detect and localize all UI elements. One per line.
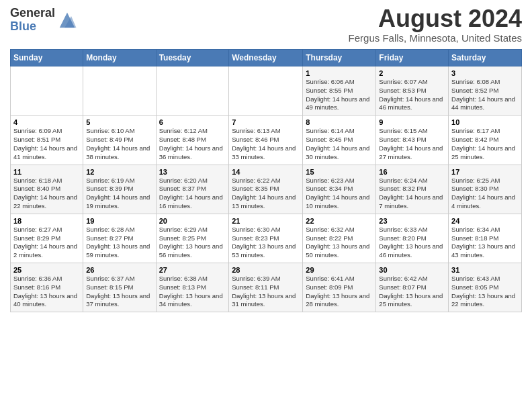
- day-info: Sunrise: 6:13 AM Sunset: 8:46 PM Dayligh…: [232, 127, 300, 161]
- day-info: Sunrise: 6:25 AM Sunset: 8:30 PM Dayligh…: [451, 177, 519, 211]
- day-info: Sunrise: 6:30 AM Sunset: 8:23 PM Dayligh…: [232, 226, 300, 260]
- logo-text: General Blue: [10, 7, 55, 34]
- day-number: 29: [306, 266, 373, 274]
- day-number: 2: [379, 69, 445, 77]
- week-row-2: 4Sunrise: 6:09 AM Sunset: 8:51 PM Daylig…: [11, 116, 522, 165]
- day-number: 18: [13, 217, 80, 225]
- day-number: 5: [86, 118, 152, 126]
- day-number: 20: [159, 217, 226, 225]
- day-info: Sunrise: 6:08 AM Sunset: 8:52 PM Dayligh…: [451, 78, 519, 112]
- cell-w3-d4: 14Sunrise: 6:22 AM Sunset: 8:35 PM Dayli…: [229, 165, 303, 214]
- cell-w3-d5: 15Sunrise: 6:23 AM Sunset: 8:34 PM Dayli…: [303, 165, 376, 214]
- cell-w1-d1: [11, 66, 83, 116]
- day-number: 31: [451, 266, 519, 274]
- cell-w2-d6: 9Sunrise: 6:15 AM Sunset: 8:43 PM Daylig…: [376, 116, 449, 165]
- day-number: 27: [159, 266, 226, 274]
- day-info: Sunrise: 6:07 AM Sunset: 8:53 PM Dayligh…: [379, 78, 445, 112]
- header-sunday: Sunday: [11, 50, 83, 66]
- cell-w5-d5: 29Sunrise: 6:41 AM Sunset: 8:09 PM Dayli…: [303, 263, 376, 312]
- day-number: 19: [86, 217, 152, 225]
- cell-w4-d7: 24Sunrise: 6:34 AM Sunset: 8:18 PM Dayli…: [449, 214, 522, 263]
- day-number: 21: [232, 217, 300, 225]
- calendar-table: Sunday Monday Tuesday Wednesday Thursday…: [10, 49, 522, 312]
- day-info: Sunrise: 6:34 AM Sunset: 8:18 PM Dayligh…: [451, 226, 519, 260]
- day-number: 23: [379, 217, 445, 225]
- day-info: Sunrise: 6:14 AM Sunset: 8:45 PM Dayligh…: [306, 127, 373, 161]
- cell-w2-d1: 4Sunrise: 6:09 AM Sunset: 8:51 PM Daylig…: [11, 116, 83, 165]
- day-info: Sunrise: 6:27 AM Sunset: 8:29 PM Dayligh…: [13, 226, 80, 260]
- day-number: 16: [379, 168, 445, 176]
- day-number: 1: [306, 69, 373, 77]
- logo-icon: [57, 10, 77, 30]
- day-info: Sunrise: 6:33 AM Sunset: 8:20 PM Dayligh…: [379, 226, 445, 260]
- day-number: 26: [86, 266, 152, 274]
- cell-w5-d1: 25Sunrise: 6:36 AM Sunset: 8:16 PM Dayli…: [11, 263, 83, 312]
- day-number: 11: [13, 168, 80, 176]
- day-info: Sunrise: 6:36 AM Sunset: 8:16 PM Dayligh…: [13, 275, 80, 309]
- day-info: Sunrise: 6:15 AM Sunset: 8:43 PM Dayligh…: [379, 127, 445, 161]
- cell-w3-d6: 16Sunrise: 6:24 AM Sunset: 8:32 PM Dayli…: [376, 165, 449, 214]
- header-monday: Monday: [83, 50, 156, 66]
- day-info: Sunrise: 6:06 AM Sunset: 8:55 PM Dayligh…: [306, 78, 373, 112]
- day-number: 24: [451, 217, 519, 225]
- header-tuesday: Tuesday: [156, 50, 229, 66]
- week-row-4: 18Sunrise: 6:27 AM Sunset: 8:29 PM Dayli…: [11, 214, 522, 263]
- day-number: 4: [13, 118, 80, 126]
- day-info: Sunrise: 6:23 AM Sunset: 8:34 PM Dayligh…: [306, 177, 373, 211]
- day-number: 17: [451, 168, 519, 176]
- day-info: Sunrise: 6:20 AM Sunset: 8:37 PM Dayligh…: [159, 177, 226, 211]
- weekday-header-row: Sunday Monday Tuesday Wednesday Thursday…: [11, 50, 522, 66]
- day-info: Sunrise: 6:39 AM Sunset: 8:11 PM Dayligh…: [232, 275, 300, 309]
- day-info: Sunrise: 6:18 AM Sunset: 8:40 PM Dayligh…: [13, 177, 80, 211]
- cell-w1-d7: 3Sunrise: 6:08 AM Sunset: 8:52 PM Daylig…: [449, 66, 522, 116]
- day-info: Sunrise: 6:43 AM Sunset: 8:05 PM Dayligh…: [451, 275, 519, 309]
- cell-w4-d2: 19Sunrise: 6:28 AM Sunset: 8:27 PM Dayli…: [83, 214, 156, 263]
- month-title: August 2024: [349, 7, 522, 31]
- cell-w3-d2: 12Sunrise: 6:19 AM Sunset: 8:39 PM Dayli…: [83, 165, 156, 214]
- week-row-1: 1Sunrise: 6:06 AM Sunset: 8:55 PM Daylig…: [11, 66, 522, 116]
- cell-w2-d4: 7Sunrise: 6:13 AM Sunset: 8:46 PM Daylig…: [229, 116, 303, 165]
- week-row-5: 25Sunrise: 6:36 AM Sunset: 8:16 PM Dayli…: [11, 263, 522, 312]
- logo: General Blue: [10, 7, 77, 34]
- day-info: Sunrise: 6:32 AM Sunset: 8:22 PM Dayligh…: [306, 226, 373, 260]
- header-wednesday: Wednesday: [229, 50, 303, 66]
- cell-w4-d5: 22Sunrise: 6:32 AM Sunset: 8:22 PM Dayli…: [303, 214, 376, 263]
- day-number: 7: [232, 118, 300, 126]
- day-info: Sunrise: 6:10 AM Sunset: 8:49 PM Dayligh…: [86, 127, 152, 161]
- cell-w4-d1: 18Sunrise: 6:27 AM Sunset: 8:29 PM Dayli…: [11, 214, 83, 263]
- cell-w2-d5: 8Sunrise: 6:14 AM Sunset: 8:45 PM Daylig…: [303, 116, 376, 165]
- logo-blue: Blue: [10, 20, 55, 34]
- cell-w4-d3: 20Sunrise: 6:29 AM Sunset: 8:25 PM Dayli…: [156, 214, 229, 263]
- cell-w3-d3: 13Sunrise: 6:20 AM Sunset: 8:37 PM Dayli…: [156, 165, 229, 214]
- cell-w5-d2: 26Sunrise: 6:37 AM Sunset: 8:15 PM Dayli…: [83, 263, 156, 312]
- day-number: 13: [159, 168, 226, 176]
- day-info: Sunrise: 6:22 AM Sunset: 8:35 PM Dayligh…: [232, 177, 300, 211]
- day-info: Sunrise: 6:42 AM Sunset: 8:07 PM Dayligh…: [379, 275, 445, 309]
- cell-w5-d3: 27Sunrise: 6:38 AM Sunset: 8:13 PM Dayli…: [156, 263, 229, 312]
- day-number: 6: [159, 118, 226, 126]
- day-info: Sunrise: 6:38 AM Sunset: 8:13 PM Dayligh…: [159, 275, 226, 309]
- day-info: Sunrise: 6:28 AM Sunset: 8:27 PM Dayligh…: [86, 226, 152, 260]
- day-number: 30: [379, 266, 445, 274]
- header-saturday: Saturday: [449, 50, 522, 66]
- day-number: 28: [232, 266, 300, 274]
- header-thursday: Thursday: [303, 50, 376, 66]
- header-friday: Friday: [376, 50, 449, 66]
- day-info: Sunrise: 6:09 AM Sunset: 8:51 PM Dayligh…: [13, 127, 80, 161]
- day-number: 3: [451, 69, 519, 77]
- day-info: Sunrise: 6:41 AM Sunset: 8:09 PM Dayligh…: [306, 275, 373, 309]
- cell-w5-d6: 30Sunrise: 6:42 AM Sunset: 8:07 PM Dayli…: [376, 263, 449, 312]
- day-number: 15: [306, 168, 373, 176]
- cell-w3-d7: 17Sunrise: 6:25 AM Sunset: 8:30 PM Dayli…: [449, 165, 522, 214]
- day-info: Sunrise: 6:12 AM Sunset: 8:48 PM Dayligh…: [159, 127, 226, 161]
- day-number: 22: [306, 217, 373, 225]
- cell-w2-d7: 10Sunrise: 6:17 AM Sunset: 8:42 PM Dayli…: [449, 116, 522, 165]
- cell-w5-d4: 28Sunrise: 6:39 AM Sunset: 8:11 PM Dayli…: [229, 263, 303, 312]
- page-container: General Blue August 2024 Fergus Falls, M…: [0, 0, 532, 316]
- day-number: 12: [86, 168, 152, 176]
- day-info: Sunrise: 6:37 AM Sunset: 8:15 PM Dayligh…: [86, 275, 152, 309]
- day-number: 25: [13, 266, 80, 274]
- day-number: 8: [306, 118, 373, 126]
- title-area: August 2024 Fergus Falls, Minnesota, Uni…: [349, 7, 522, 44]
- cell-w1-d6: 2Sunrise: 6:07 AM Sunset: 8:53 PM Daylig…: [376, 66, 449, 116]
